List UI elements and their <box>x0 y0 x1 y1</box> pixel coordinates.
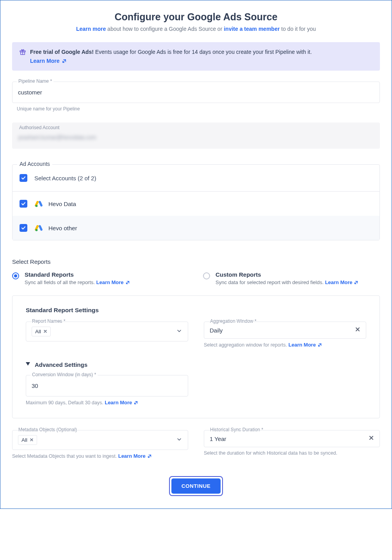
agg-window-learn-link[interactable]: Learn More <box>289 342 322 348</box>
pipeline-name-input[interactable] <box>12 82 380 103</box>
conv-window-learn-link[interactable]: Learn More <box>105 400 138 405</box>
banner-learn-more-link[interactable]: Learn More <box>30 58 67 64</box>
clear-hist-icon[interactable] <box>369 435 374 442</box>
radio-title: Standard Reports <box>25 271 130 278</box>
configure-source-page: Configure your Google Ads Source Learn m… <box>0 0 392 509</box>
google-ads-icon <box>34 199 43 208</box>
metadata-learn-link[interactable]: Learn More <box>118 453 152 459</box>
auth-account-block: Authorised Account prashant.kumar@hevoda… <box>12 123 380 149</box>
acct-row-hevo-data[interactable]: Hevo Data <box>12 192 380 216</box>
chevron-down-icon <box>176 328 182 336</box>
metadata-objects-field: Metadata Objects (Optional) All <box>12 430 188 450</box>
svg-rect-3 <box>38 201 43 207</box>
metadata-helper: Select Metadata Objects that you want to… <box>12 453 188 459</box>
footer-fields: Metadata Objects (Optional) All Select M… <box>12 430 380 459</box>
conv-window-helper: Maximum 90 days, Default 30 days. Learn … <box>26 400 188 405</box>
svg-point-7 <box>36 229 38 231</box>
select-value: Daily <box>210 327 223 334</box>
chip-remove-icon[interactable] <box>43 329 47 334</box>
agg-window-select[interactable]: Daily <box>204 322 366 339</box>
select-all-label: Select Accounts (2 of 2) <box>34 175 96 181</box>
svg-point-4 <box>36 205 38 207</box>
acct-checkbox[interactable] <box>20 224 27 232</box>
report-names-chip: All <box>32 327 51 336</box>
google-ads-icon <box>34 224 43 232</box>
banner-title: Free trial of Google Ads! <box>30 49 94 55</box>
report-names-select[interactable]: All <box>26 322 188 341</box>
acct-checkbox[interactable] <box>20 200 27 208</box>
hist-helper: Select the duration for which Historical… <box>204 450 380 456</box>
radio-icon <box>12 272 19 279</box>
gift-icon <box>19 48 26 57</box>
custom-reports-learn-link[interactable]: Learn More <box>325 279 358 285</box>
ad-accounts-legend: Ad Accounts <box>17 161 52 167</box>
continue-focus-ring: CONTINUE <box>169 476 223 496</box>
conversion-window-field: Conversion Window (in days) * <box>26 375 188 396</box>
select-reports-heading: Select Reports <box>12 258 380 265</box>
radio-title: Custom Reports <box>216 271 358 278</box>
ad-accounts-fieldset: Ad Accounts Select Accounts (2 of 2) Hev… <box>12 164 380 240</box>
report-names-field: Report Names * All <box>26 322 188 341</box>
card-title: Standard Report Settings <box>26 307 366 314</box>
advanced-settings-toggle[interactable]: Advanced Settings <box>26 361 366 368</box>
select-all-accounts-row[interactable]: Select Accounts (2 of 2) <box>12 172 380 192</box>
acct-row-hevo-other[interactable]: Hevo other <box>12 216 380 240</box>
chevron-down-icon <box>176 436 182 444</box>
subtitle-end-text: to do it for you <box>280 26 316 32</box>
acct-name: Hevo other <box>48 225 77 231</box>
advanced-title: Advanced Settings <box>35 361 87 368</box>
agg-window-helper: Select aggregation window for reports. L… <box>204 342 366 348</box>
radio-desc: Sync data for selected report with desir… <box>216 279 358 285</box>
metadata-chip: All <box>18 435 37 445</box>
metadata-objects-select[interactable]: All <box>12 430 188 450</box>
conversion-window-input[interactable] <box>26 375 188 396</box>
subtitle-text: about how to configure a Google Ads Sour… <box>106 26 224 32</box>
agg-window-field: Aggregation Window * Daily <box>204 322 366 339</box>
select-all-checkbox[interactable] <box>20 174 27 182</box>
radio-standard-reports[interactable]: Standard Reports Sync all fields of all … <box>12 271 189 285</box>
historical-sync-select[interactable]: 1 Year <box>204 430 380 447</box>
triangle-down-icon <box>26 361 30 368</box>
standard-report-settings-card: Standard Report Settings Report Names * … <box>12 295 380 418</box>
svg-marker-8 <box>26 362 30 366</box>
actions-row: CONTINUE <box>12 476 380 496</box>
learn-more-link[interactable]: Learn more <box>76 26 106 32</box>
select-value: 1 Year <box>210 436 226 442</box>
auth-account-value: prashant.kumar@hevodata.com <box>18 128 96 140</box>
page-subtitle: Learn more about how to configure a Goog… <box>12 26 380 32</box>
pipeline-name-helper: Unique name for your Pipeline <box>17 106 380 112</box>
reports-radio-group: Standard Reports Sync all fields of all … <box>12 271 380 285</box>
radio-icon <box>203 272 210 279</box>
pipeline-name-field: Pipeline Name * <box>12 82 380 103</box>
page-header: Configure your Google Ads Source Learn m… <box>12 11 380 32</box>
historical-sync-field: Historical Sync Duration * 1 Year <box>204 430 380 447</box>
banner-text: Events usage for Google Ads is free for … <box>94 49 312 55</box>
svg-rect-6 <box>38 225 43 231</box>
chip-remove-icon[interactable] <box>30 437 34 443</box>
acct-name: Hevo Data <box>48 201 76 207</box>
page-title: Configure your Google Ads Source <box>12 11 380 23</box>
radio-desc: Sync all fields of all the reports. Lear… <box>25 279 130 285</box>
invite-team-link[interactable]: invite a team member <box>224 26 280 32</box>
std-reports-learn-link[interactable]: Learn More <box>96 279 130 285</box>
field-label: Conversion Window (in days) * <box>30 372 98 377</box>
pipeline-name-label: Pipeline Name * <box>17 78 53 84</box>
free-trial-banner: Free trial of Google Ads! Events usage f… <box>12 42 380 71</box>
clear-agg-icon[interactable] <box>355 327 360 334</box>
continue-button[interactable]: CONTINUE <box>171 478 221 494</box>
radio-custom-reports[interactable]: Custom Reports Sync data for selected re… <box>203 271 380 285</box>
